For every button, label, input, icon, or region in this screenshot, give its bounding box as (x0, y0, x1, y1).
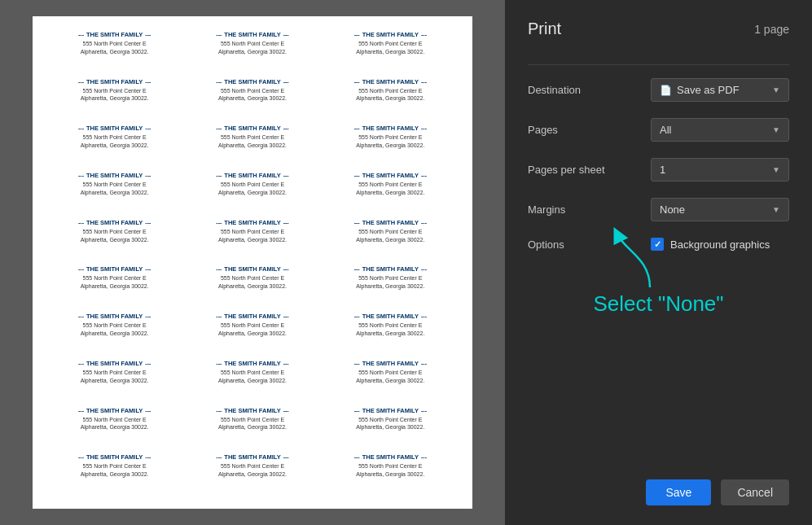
label-cell: THE SMITH FAMILY 555 North Point Center … (322, 309, 459, 357)
label-address: 555 North Point Center EAlpharetta, Geor… (327, 87, 454, 103)
label-address: 555 North Point Center EAlpharetta, Geor… (327, 133, 454, 150)
label-cell: THE SMITH FAMILY 555 North Point Center … (183, 357, 321, 404)
pages-per-sheet-value-container: 1 (660, 164, 766, 176)
label-address: 555 North Point Center EAlpharetta, Geor… (188, 133, 316, 150)
margins-label: Margins (528, 203, 617, 216)
label-title-dashes: THE SMITH FAMILY (327, 125, 454, 132)
label-cell: THE SMITH FAMILY 555 North Point Center … (183, 262, 321, 309)
options-label: Options (528, 238, 617, 251)
label-title-dashes: THE SMITH FAMILY (50, 265, 178, 273)
pages-per-sheet-dropdown[interactable]: 1 ▼ (651, 158, 789, 182)
label-address: 555 North Point Center EAlpharetta, Geor… (50, 40, 178, 56)
destination-chevron: ▼ (772, 85, 780, 94)
label-cell: THE SMITH FAMILY 555 North Point Center … (183, 75, 321, 122)
label-title-dashes: THE SMITH FAMILY (188, 265, 316, 273)
label-address: 555 North Point Center EAlpharetta, Geor… (327, 228, 454, 244)
label-title-dashes: THE SMITH FAMILY (327, 453, 454, 461)
label-address: 555 North Point Center EAlpharetta, Geor… (188, 416, 316, 432)
print-panel: Print 1 page Destination 📄 Save as PDF ▼… (505, 0, 812, 525)
label-title-dashes: THE SMITH FAMILY (50, 313, 178, 320)
label-address: 555 North Point Center EAlpharetta, Geor… (50, 416, 178, 432)
background-graphics-label: Background graphics (670, 238, 770, 251)
destination-label: Destination (528, 84, 617, 96)
label-title-dashes: THE SMITH FAMILY (188, 219, 316, 226)
label-title-dashes: THE SMITH FAMILY (188, 453, 316, 461)
destination-dropdown[interactable]: 📄 Save as PDF ▼ (651, 78, 789, 102)
label-cell: THE SMITH FAMILY 555 North Point Center … (322, 404, 459, 451)
pages-chevron: ▼ (772, 125, 780, 134)
file-icon: 📄 (660, 85, 672, 96)
label-address: 555 North Point Center EAlpharetta, Geor… (188, 462, 316, 479)
label-cell: THE SMITH FAMILY 555 North Point Center … (46, 168, 183, 216)
divider-1 (528, 64, 789, 65)
label-cell: THE SMITH FAMILY 555 North Point Center … (322, 262, 459, 309)
label-cell: THE SMITH FAMILY 555 North Point Center … (322, 75, 459, 122)
label-cell: THE SMITH FAMILY 555 North Point Center … (183, 216, 321, 263)
label-cell: THE SMITH FAMILY 555 North Point Center … (46, 309, 183, 357)
label-title-dashes: THE SMITH FAMILY (50, 219, 178, 226)
label-cell: THE SMITH FAMILY 555 North Point Center … (183, 28, 321, 75)
destination-value-container: 📄 Save as PDF (660, 84, 766, 96)
panel-footer: Save Cancel (528, 463, 789, 505)
label-address: 555 North Point Center EAlpharetta, Geor… (327, 40, 454, 56)
label-address: 555 North Point Center EAlpharetta, Geor… (188, 181, 316, 197)
panel-title: Print (528, 20, 561, 38)
pages-per-sheet-label: Pages per sheet (528, 164, 617, 176)
margins-chevron: ▼ (772, 205, 780, 214)
label-address: 555 North Point Center EAlpharetta, Geor… (50, 181, 178, 197)
label-title-dashes: THE SMITH FAMILY (327, 407, 454, 414)
label-address: 555 North Point Center EAlpharetta, Geor… (188, 40, 316, 56)
margins-dropdown[interactable]: None ▼ (651, 198, 789, 221)
label-title-dashes: THE SMITH FAMILY (188, 407, 316, 414)
pages-row: Pages All ▼ (528, 118, 789, 142)
paper-preview: THE SMITH FAMILY 555 North Point Center … (33, 16, 472, 509)
label-title-dashes: THE SMITH FAMILY (188, 313, 316, 320)
label-address: 555 North Point Center EAlpharetta, Geor… (188, 369, 316, 385)
label-cell: THE SMITH FAMILY 555 North Point Center … (183, 121, 321, 168)
label-title-dashes: THE SMITH FAMILY (327, 360, 454, 367)
annotation-area: Select "None" (528, 275, 789, 373)
label-address: 555 North Point Center EAlpharetta, Geor… (327, 369, 454, 385)
label-cell: THE SMITH FAMILY 555 North Point Center … (322, 28, 459, 75)
pages-dropdown[interactable]: All ▼ (651, 118, 789, 142)
label-title-dashes: THE SMITH FAMILY (50, 78, 178, 85)
label-title-dashes: THE SMITH FAMILY (327, 78, 454, 85)
label-cell: THE SMITH FAMILY 555 North Point Center … (46, 28, 183, 75)
margins-row: Margins None ▼ (528, 198, 789, 221)
annotation-arrow (609, 226, 674, 291)
label-address: 555 North Point Center EAlpharetta, Geor… (188, 87, 316, 103)
label-title-dashes: THE SMITH FAMILY (188, 31, 316, 38)
label-cell: THE SMITH FAMILY 555 North Point Center … (46, 216, 183, 263)
label-title-dashes: THE SMITH FAMILY (188, 78, 316, 85)
label-cell: THE SMITH FAMILY 555 North Point Center … (46, 121, 183, 168)
label-cell: THE SMITH FAMILY 555 North Point Center … (322, 168, 459, 216)
label-title-dashes: THE SMITH FAMILY (188, 172, 316, 179)
label-title-dashes: THE SMITH FAMILY (50, 172, 178, 179)
save-button[interactable]: Save (646, 479, 711, 505)
destination-row: Destination 📄 Save as PDF ▼ (528, 78, 789, 102)
label-address: 555 North Point Center EAlpharetta, Geor… (50, 322, 178, 338)
label-cell: THE SMITH FAMILY 555 North Point Center … (46, 450, 183, 497)
label-title-dashes: THE SMITH FAMILY (50, 360, 178, 367)
label-address: 555 North Point Center EAlpharetta, Geor… (327, 322, 454, 338)
label-title-dashes: THE SMITH FAMILY (327, 31, 454, 38)
pages-label: Pages (528, 124, 617, 136)
pages-per-sheet-chevron: ▼ (772, 165, 780, 174)
label-cell: THE SMITH FAMILY 555 North Point Center … (46, 357, 183, 404)
margins-value-container: None (660, 203, 766, 216)
label-title-dashes: THE SMITH FAMILY (188, 360, 316, 367)
margins-value: None (660, 203, 685, 216)
label-cell: THE SMITH FAMILY 555 North Point Center … (322, 121, 459, 168)
label-title-dashes: THE SMITH FAMILY (327, 219, 454, 226)
label-address: 555 North Point Center EAlpharetta, Geor… (327, 181, 454, 197)
pages-per-sheet-value: 1 (660, 164, 665, 176)
destination-value: Save as PDF (677, 84, 740, 96)
label-title-dashes: THE SMITH FAMILY (327, 265, 454, 273)
label-title-dashes: THE SMITH FAMILY (50, 453, 178, 461)
label-title-dashes: THE SMITH FAMILY (50, 31, 178, 38)
label-title-dashes: THE SMITH FAMILY (50, 125, 178, 132)
label-cell: THE SMITH FAMILY 555 North Point Center … (183, 168, 321, 216)
label-cell: THE SMITH FAMILY 555 North Point Center … (183, 309, 321, 357)
label-title-dashes: THE SMITH FAMILY (327, 172, 454, 179)
cancel-button[interactable]: Cancel (721, 479, 789, 505)
